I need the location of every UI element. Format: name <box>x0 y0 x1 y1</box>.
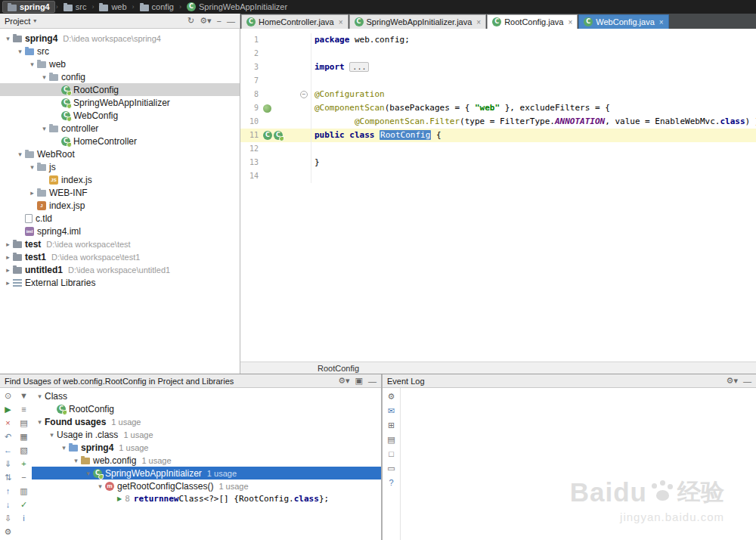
tree-item-index-jsp[interactable]: Jindex.jsp <box>0 199 240 212</box>
line-number[interactable]: 2 <box>240 47 259 61</box>
tree-item-c-tld[interactable]: c.tld <box>0 212 240 225</box>
chevron-down-icon[interactable]: ▾ <box>47 431 57 439</box>
chevron-right-icon[interactable]: ▸ <box>3 241 13 248</box>
project-panel-title[interactable]: Project ▾ <box>5 17 36 26</box>
line-number[interactable]: 12 <box>240 142 259 156</box>
info-icon[interactable]: i <box>18 513 30 523</box>
clear-all-icon[interactable]: ▤ <box>386 434 398 445</box>
mark-all-read-icon[interactable]: □ <box>386 448 398 459</box>
code-line[interactable]: 7 <box>240 74 756 88</box>
chevron-down-icon[interactable]: ▾ <box>39 73 49 81</box>
settings-icon[interactable]: ⚙ <box>386 391 398 402</box>
settings-small-icon[interactable]: ⚙ <box>2 526 14 537</box>
tree-item-test[interactable]: ▸testD:\idea workspace\test <box>0 237 240 250</box>
chevron-down-icon[interactable]: ▾ <box>27 163 37 171</box>
tab-webconfig-java[interactable]: CWebConfig.java× <box>578 14 668 29</box>
tree-item-web-inf[interactable]: ▸WEB-INF <box>0 186 240 199</box>
hide-icon[interactable]: — <box>227 17 235 26</box>
code-text[interactable]: @ComponentScan(basePackages = { "web" },… <box>311 101 610 115</box>
help-icon[interactable]: ? <box>386 477 398 488</box>
restore-icon[interactable]: ↶ <box>2 431 14 442</box>
hide-icon[interactable]: — <box>368 377 376 386</box>
code-line[interactable]: 8−@Configuration <box>240 88 756 101</box>
usage-item-found-usages[interactable]: ▾Found usages1 usage <box>32 415 381 428</box>
line-number[interactable]: 10 <box>240 115 259 129</box>
line-number[interactable]: 13 <box>240 156 259 169</box>
pin-icon[interactable]: ⊙ <box>2 390 14 401</box>
chevron-down-icon[interactable]: ▾ <box>95 483 105 490</box>
select-in-icon[interactable]: ✓ <box>18 499 30 510</box>
code-text[interactable]: public class RootConfig { <box>311 129 442 142</box>
tree-item-src[interactable]: ▾src <box>0 45 240 57</box>
export-icon[interactable]: ⇩ <box>2 513 14 523</box>
settings-icon[interactable]: ⚙▾ <box>338 376 349 386</box>
tree-item-js[interactable]: ▾js <box>0 160 240 173</box>
line-number[interactable]: 9 <box>240 101 259 115</box>
chevron-down-icon[interactable]: ▾ <box>35 393 45 400</box>
usage-item-springwebappinitializer[interactable]: ▾CSpringWebAppInitializer1 usage <box>32 467 381 479</box>
code-line[interactable]: 10 @ComponentScan.Filter(type = FilterTy… <box>240 115 756 129</box>
tree-item-untitled1[interactable]: ▸untitled1D:\idea workspace\untitled1 <box>0 263 240 276</box>
chevron-down-icon[interactable]: ▾ <box>3 35 13 42</box>
tree-item-springwebappinitializer[interactable]: CSpringWebAppInitializer <box>0 96 240 109</box>
line-number[interactable]: 8 <box>240 88 259 101</box>
tree-item-rootconfig[interactable]: CRootConfig <box>0 83 240 96</box>
usage-item-web-config[interactable]: ▾web.config1 usage <box>32 454 381 467</box>
usage-item-usage-in-class[interactable]: ▾Usage in .class1 usage <box>32 428 381 441</box>
line-number[interactable]: 7 <box>240 74 259 88</box>
close-icon[interactable]: × <box>476 18 481 26</box>
rerun-icon[interactable]: ▶ <box>2 404 14 414</box>
close-icon[interactable]: × <box>2 417 14 428</box>
close-icon[interactable]: × <box>568 18 572 26</box>
close-icon[interactable]: × <box>339 18 343 26</box>
code-editor[interactable]: 1package web.config;23import ...78−@Conf… <box>240 29 756 362</box>
filter-icon[interactable]: ▼ <box>18 390 30 401</box>
code-text[interactable] <box>311 169 314 183</box>
scroll-from-source-icon[interactable]: ⇓ <box>2 458 14 469</box>
tree-item-webconfig[interactable]: CWebConfig <box>0 109 240 122</box>
settings-icon[interactable]: ⚙▾ <box>200 16 211 26</box>
code-line[interactable]: 9@ComponentScan(basePackages = { "web" }… <box>240 101 756 115</box>
code-text[interactable]: @Configuration <box>311 88 385 101</box>
group-by-usage-type-icon[interactable]: ≡ <box>18 404 30 414</box>
chevron-down-icon[interactable]: ▾ <box>15 48 25 55</box>
code-text[interactable] <box>311 142 314 156</box>
nav-item-config[interactable]: config <box>135 1 178 13</box>
collapse-all-icon[interactable]: − <box>217 17 222 26</box>
nav-item-spring4[interactable]: spring4 <box>2 1 55 13</box>
tab-homecontroller-java[interactable]: CHomeController.java× <box>241 14 349 29</box>
chevron-right-icon[interactable]: ▸ <box>3 266 13 274</box>
code-line[interactable]: 2 <box>240 47 756 61</box>
code-line[interactable]: 11CCpublic class RootConfig { <box>240 129 756 142</box>
expand-all-icon[interactable]: + <box>18 458 30 469</box>
code-text[interactable]: package web.config; <box>311 33 410 47</box>
code-line[interactable]: 1package web.config; <box>240 33 756 47</box>
code-line[interactable]: 14 <box>240 169 756 183</box>
usage-item-class[interactable]: ▾Class <box>32 389 381 402</box>
chevron-down-icon[interactable]: ▾ <box>15 151 25 158</box>
usage-item-getrootconfigclasses[interactable]: ▾mgetRootConfigClasses()1 usage <box>32 479 381 492</box>
chevron-down-icon[interactable]: ▾ <box>83 470 93 477</box>
preview-usages-icon[interactable]: ▥ <box>18 486 30 496</box>
chevron-right-icon[interactable]: ▸ <box>27 189 37 197</box>
chevron-down-icon[interactable]: ▾ <box>71 457 81 464</box>
usage-item-spring4[interactable]: ▾spring41 usage <box>32 441 381 454</box>
soft-wrap-icon[interactable]: ▭ <box>386 463 398 473</box>
back-icon[interactable]: ← <box>2 445 14 455</box>
line-number[interactable]: 11 <box>240 129 259 142</box>
nav-item-springwebappinitializer[interactable]: CSpringWebAppInitializer <box>182 1 292 13</box>
hide-icon[interactable]: — <box>743 377 751 386</box>
line-number[interactable]: 3 <box>240 61 259 74</box>
tree-item-controller[interactable]: ▾controller <box>0 122 240 135</box>
expand-icon[interactable]: ⊞ <box>386 420 398 430</box>
tab-springwebappinitializer-java[interactable]: CSpringWebAppInitializer.java× <box>349 14 487 29</box>
group-by-package-icon[interactable]: ▦ <box>18 431 30 442</box>
float-icon[interactable]: ▣ <box>355 376 363 386</box>
tree-item-homecontroller[interactable]: CHomeController <box>0 135 240 147</box>
code-line[interactable]: 12 <box>240 142 756 156</box>
code-text[interactable] <box>311 74 314 88</box>
line-number[interactable]: 1 <box>240 33 259 47</box>
message-icon[interactable]: ✉ <box>386 405 398 416</box>
chevron-down-icon[interactable]: ▾ <box>35 418 45 426</box>
sync-icon[interactable]: ↻ <box>187 16 194 26</box>
